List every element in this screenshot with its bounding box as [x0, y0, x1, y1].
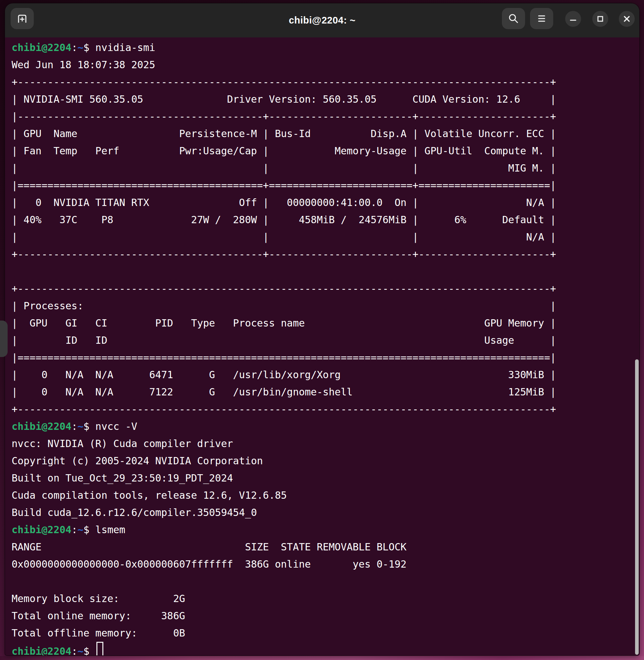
terminal-line: Build cuda_12.6.r12.6/compiler.35059454_…	[12, 504, 639, 521]
terminal-line: |=======================================…	[12, 349, 639, 366]
terminal-line: 0x0000000000000000-0x000000607fffffff 38…	[12, 556, 639, 573]
titlebar[interactable]: chibi@2204: ~	[5, 3, 639, 38]
terminal-line: RANGE SIZE STATE REMOVABLE BLOCK	[12, 539, 639, 556]
terminal-line	[12, 573, 639, 590]
terminal-line: | 0 N/A N/A 6471 G /usr/lib/xorg/Xorg 33…	[12, 366, 639, 383]
terminal-line: Total online memory: 386G	[12, 607, 639, 624]
search-button[interactable]	[502, 8, 525, 29]
terminal-line: Total offline memory: 0B	[12, 624, 639, 642]
terminal-window: chibi@2204: ~	[5, 3, 639, 655]
terminal-line: | Processes: |	[12, 298, 639, 314]
terminal-line: +---------------------------------------…	[12, 246, 639, 263]
terminal-screen[interactable]: chibi@2204:~$ nvidia-smiWed Jun 18 18:07…	[5, 38, 639, 655]
minimize-button[interactable]	[565, 11, 581, 27]
terminal-line	[12, 263, 639, 280]
terminal-line: | | | N/A |	[12, 229, 639, 246]
terminal-line: | Fan Temp Perf Pwr:Usage/Cap | Memory-U…	[12, 142, 639, 160]
terminal-line: |---------------------------------------…	[12, 108, 639, 125]
terminal-line: | 0 N/A N/A 7122 G /usr/bin/gnome-shell …	[12, 383, 639, 401]
terminal-line: | NVIDIA-SMI 560.35.05 Driver Version: 5…	[12, 91, 639, 108]
terminal-line: chibi@2204:~$ nvidia-smi	[12, 39, 639, 56]
terminal-line: | 0 NVIDIA TITAN RTX Off | 00000000:41:0…	[12, 194, 639, 211]
terminal-line: chibi@2204:~$	[12, 642, 639, 655]
terminal-line: Copyright (c) 2005-2024 NVIDIA Corporati…	[12, 452, 639, 470]
desktop: { "window": { "title": "chibi@2204: ~", …	[0, 0, 644, 660]
terminal-line: +---------------------------------------…	[12, 280, 639, 298]
terminal-line: | 40% 37C P8 27W / 280W | 458MiB / 24576…	[12, 211, 639, 229]
hamburger-menu-icon	[536, 13, 548, 24]
minimize-icon	[569, 15, 577, 23]
terminal-line: Cuda compilation tools, release 12.6, V1…	[12, 487, 639, 504]
terminal-line: | ID ID Usage |	[12, 332, 639, 349]
screen-edge-handle	[0, 321, 8, 357]
close-button[interactable]	[619, 11, 635, 27]
close-icon	[622, 14, 631, 24]
terminal-line: +---------------------------------------…	[12, 401, 639, 418]
terminal-line: | | | MIG M. |	[12, 160, 639, 177]
terminal-line: | GPU Name Persistence-M | Bus-Id Disp.A…	[12, 125, 639, 142]
terminal-line: | GPU GI CI PID Type Process name GPU Me…	[12, 314, 639, 332]
terminal-line: Memory block size: 2G	[12, 590, 639, 607]
search-icon	[507, 13, 520, 24]
terminal-line: chibi@2204:~$ nvcc -V	[12, 418, 639, 435]
terminal-output: chibi@2204:~$ nvidia-smiWed Jun 18 18:07…	[12, 39, 639, 655]
terminal-line: Wed Jun 18 18:07:38 2025	[12, 56, 639, 73]
menu-button[interactable]	[530, 8, 553, 29]
terminal-line: +---------------------------------------…	[12, 73, 639, 91]
terminal-line: nvcc: NVIDIA (R) Cuda compiler driver	[12, 435, 639, 452]
terminal-line: Built on Tue_Oct_29_23:50:19_PDT_2024	[12, 470, 639, 487]
terminal-cursor	[96, 642, 104, 655]
terminal-line: |=======================================…	[12, 177, 639, 194]
terminal-line: chibi@2204:~$ lsmem	[12, 521, 639, 539]
new-tab-icon	[16, 12, 28, 25]
scrollbar-thumb[interactable]	[635, 359, 639, 655]
new-tab-button[interactable]	[10, 8, 34, 29]
maximize-button[interactable]	[592, 11, 608, 27]
maximize-icon	[596, 15, 604, 23]
wallpaper-bottom-strip	[0, 656, 644, 660]
